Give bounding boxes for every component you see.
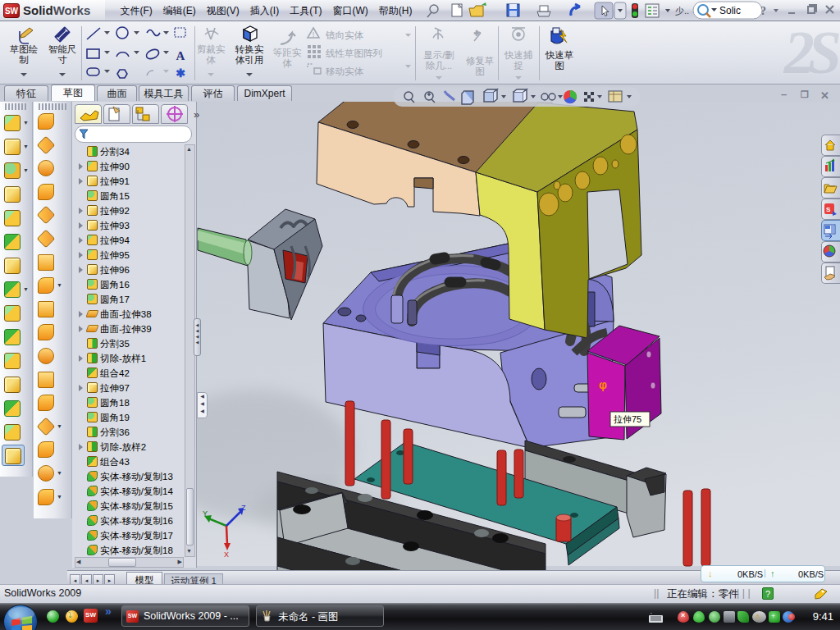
svg-text:图: 图: [475, 66, 485, 76]
svg-text:移动实体: 移动实体: [326, 66, 364, 76]
svg-text:捉: 捉: [514, 61, 523, 71]
svg-text:修复草: 修复草: [466, 56, 495, 66]
svg-text:寸: 寸: [57, 55, 67, 65]
svg-text:体: 体: [206, 55, 216, 65]
svg-text:剪裁实: 剪裁实: [197, 44, 226, 54]
svg-text:等距实: 等距实: [273, 48, 302, 57]
svg-text:S: S: [826, 206, 831, 213]
svg-text:Solic: Solic: [719, 5, 741, 16]
svg-text:Z: Z: [241, 504, 246, 512]
svg-text:制: 制: [19, 55, 29, 65]
svg-text:智能尺: 智能尺: [48, 44, 77, 54]
svg-text:少..: 少..: [675, 6, 689, 16]
svg-text:线性草图阵列: 线性草图阵列: [326, 48, 382, 58]
svg-text:φ: φ: [599, 378, 607, 391]
svg-text:图: 图: [555, 61, 564, 71]
svg-text:Y: Y: [203, 509, 208, 518]
svg-text:除几...: 除几...: [426, 61, 453, 71]
svg-text:快速草: 快速草: [545, 50, 574, 60]
svg-text:体引用: 体引用: [235, 55, 264, 65]
svg-text:✱: ✱: [176, 66, 185, 80]
svg-text:转换实: 转换实: [235, 44, 264, 54]
svg-text:+: +: [474, 29, 479, 38]
svg-text:显示/删: 显示/删: [423, 50, 454, 60]
svg-text:草图绘: 草图绘: [10, 44, 39, 54]
svg-text:A: A: [176, 49, 185, 62]
svg-text:拉伸75: 拉伸75: [614, 414, 641, 424]
svg-text:体: 体: [282, 58, 292, 68]
svg-text:快速捕: 快速捕: [504, 50, 533, 60]
svg-text:!: !: [313, 30, 315, 39]
svg-text:»: »: [194, 108, 199, 121]
svg-text:镜向实体: 镜向实体: [325, 30, 364, 40]
svg-text:X: X: [224, 550, 229, 559]
svg-text:?: ?: [760, 5, 766, 17]
